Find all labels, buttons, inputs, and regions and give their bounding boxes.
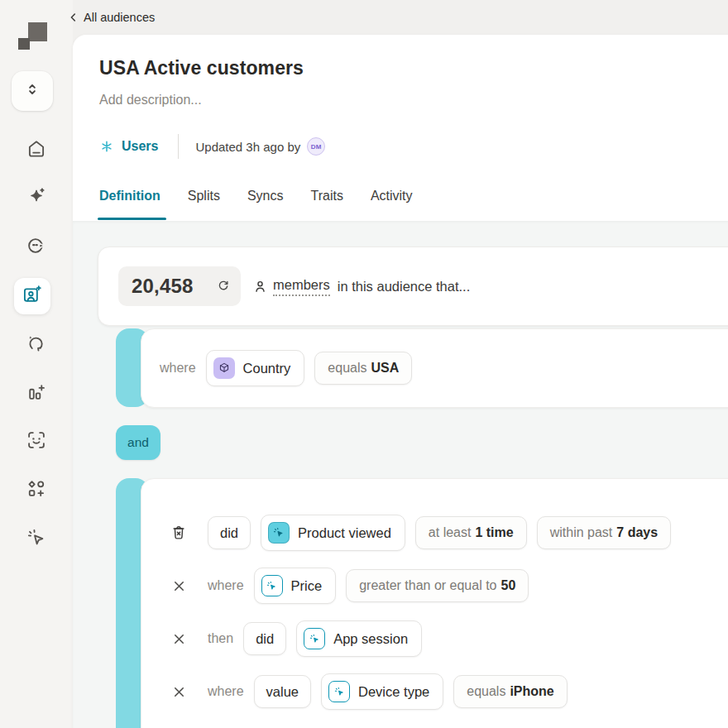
chevron-left-icon: [68, 12, 79, 23]
tab-bar: Definition Splits Syncs Traits Activity: [99, 189, 413, 204]
value-button[interactable]: value: [254, 675, 311, 708]
entity-type-link[interactable]: Users: [122, 139, 158, 154]
updated-status: Updated 3h ago by: [195, 140, 300, 154]
logo-square-small: [18, 38, 30, 50]
sidebar-item-audiences[interactable]: [14, 278, 50, 314]
event-row-product-viewed: did Product viewed at least 1: [170, 515, 728, 551]
face-id-icon: [26, 429, 47, 454]
tab-splits[interactable]: Splits: [188, 189, 220, 204]
audiences-icon: [22, 284, 43, 309]
remove-row-button[interactable]: [170, 684, 188, 700]
sidebar-item-catalog[interactable]: [25, 479, 48, 502]
value-label: value: [266, 684, 299, 700]
window-prefix: within past: [550, 525, 613, 540]
remove-row-button[interactable]: [170, 578, 188, 594]
frequency-button[interactable]: at least 1 time: [415, 516, 527, 549]
time-window-button[interactable]: within past 7 days: [537, 516, 671, 549]
vertical-divider: [178, 134, 179, 159]
sidebar-item-activation[interactable]: [25, 528, 48, 551]
description-placeholder[interactable]: Add description...: [99, 93, 202, 108]
operator-text: equals: [467, 684, 505, 699]
sidebar-item-journeys[interactable]: [25, 333, 48, 357]
operator-button-gte-50[interactable]: greater than or equal to 50: [346, 569, 529, 602]
bar-chart-plus-icon: [26, 381, 47, 406]
property-label: Price: [291, 578, 323, 594]
event-condition-group-card: did Product viewed at least 1: [141, 478, 728, 728]
workspace-switcher-button[interactable]: [12, 71, 53, 111]
users-snowflake-icon: [99, 139, 114, 154]
operator-text: equals: [328, 361, 366, 376]
event-row-app-session: then did App session: [170, 620, 728, 657]
magic-cursor-icon: [26, 527, 47, 552]
remove-row-button[interactable]: [170, 631, 188, 647]
breadcrumb-back[interactable]: All audiences: [68, 8, 155, 26]
property-label: Device type: [358, 684, 429, 700]
audience-count-card: 20,458 members: [98, 247, 728, 326]
journeys-loop-icon: [26, 333, 47, 357]
sidebar-item-home[interactable]: [25, 139, 48, 162]
condition-prefix: where: [160, 361, 196, 376]
event-button-app-session[interactable]: App session: [296, 620, 422, 657]
active-tab-underline: [98, 218, 166, 220]
event-label: Product viewed: [298, 525, 391, 541]
tab-definition[interactable]: Definition: [99, 189, 160, 204]
connections-icon: [26, 235, 47, 260]
row-prefix: where: [208, 578, 244, 593]
sidebar-item-connections[interactable]: [25, 236, 48, 259]
members-link[interactable]: members: [273, 277, 330, 296]
refresh-count-button[interactable]: [216, 279, 231, 294]
event-cursor-icon: [304, 628, 325, 649]
operator-value: 50: [501, 578, 516, 593]
event-cursor-icon: [268, 522, 290, 544]
event-label: App session: [333, 631, 408, 647]
member-count: 20,458: [132, 275, 194, 298]
event-cursor-icon: [328, 681, 350, 702]
operator-value: USA: [371, 361, 400, 376]
property-button-country[interactable]: Country: [206, 350, 305, 386]
main-content-card: USA Active customers Add description... …: [73, 35, 728, 728]
logo-square-big: [28, 22, 47, 41]
breadcrumb-label: All audiences: [84, 11, 155, 24]
row-prefix: then: [208, 631, 233, 646]
cube-icon: [213, 357, 235, 379]
member-count-pill: 20,458: [118, 266, 241, 306]
home-icon: [26, 138, 47, 163]
page-title: USA Active customers: [99, 57, 304, 79]
definition-panel: 20,458 members: [73, 221, 728, 728]
sidebar-item-identity[interactable]: [25, 430, 48, 453]
property-button-device-type[interactable]: Device type: [321, 673, 443, 710]
audience-suffix-text: in this audience that...: [338, 279, 471, 295]
operator-button-equals-iphone[interactable]: equals iPhone: [453, 675, 568, 708]
and-connector-chip[interactable]: and: [116, 425, 160, 460]
event-cursor-icon: [261, 575, 283, 596]
verb-button-did[interactable]: did: [243, 622, 286, 655]
operator-button-equals-usa[interactable]: equals USA: [314, 352, 412, 385]
row-prefix: where: [208, 684, 244, 699]
avatar: DM: [307, 137, 325, 156]
segment-logo[interactable]: [18, 22, 51, 52]
verb-button-did[interactable]: did: [208, 516, 251, 549]
property-label: Country: [243, 361, 291, 376]
sidebar-item-copilot[interactable]: [25, 187, 48, 210]
operator-text: greater than or equal to: [359, 578, 496, 593]
frequency-prefix: at least: [429, 525, 472, 540]
condition-card-country: where Country equals USA: [141, 328, 728, 408]
entity-meta-row: Users Updated 3h ago by DM: [99, 133, 325, 160]
event-row-price: where Price greater than or equal to 50: [170, 568, 728, 604]
window-value: 7 days: [616, 525, 658, 540]
property-button-price[interactable]: Price: [254, 568, 337, 604]
tab-traits[interactable]: Traits: [310, 189, 342, 204]
frequency-value: 1 time: [475, 525, 513, 540]
sidebar: [0, 0, 73, 728]
person-icon: [252, 279, 268, 295]
ai-sparkle-icon: [26, 186, 47, 211]
verb-label: did: [220, 525, 238, 541]
delete-trash-button[interactable]: [170, 524, 188, 542]
event-button-product-viewed[interactable]: Product viewed: [261, 515, 405, 551]
event-row-device-type: where value Device type: [170, 673, 728, 710]
operator-value: iPhone: [510, 684, 553, 699]
tab-syncs[interactable]: Syncs: [247, 189, 284, 204]
chevron-up-down-icon: [24, 80, 41, 102]
tab-activity[interactable]: Activity: [371, 189, 413, 204]
sidebar-item-analytics[interactable]: [25, 382, 48, 405]
